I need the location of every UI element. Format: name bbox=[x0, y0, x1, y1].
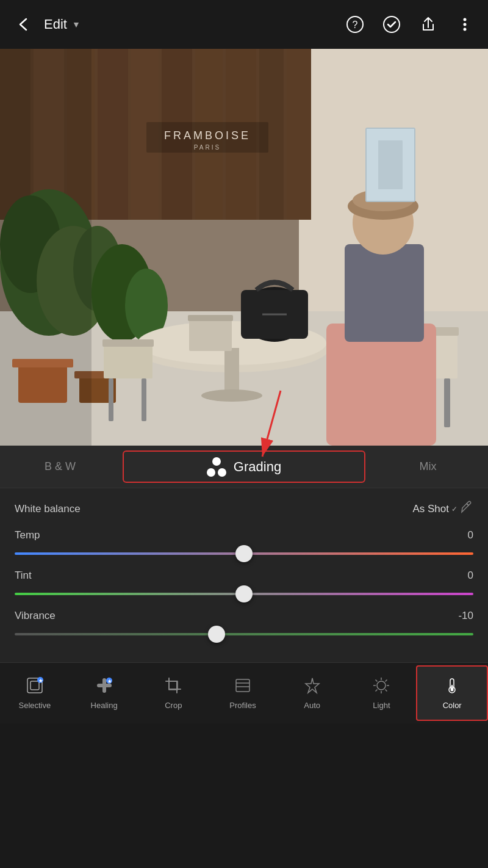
crop-label: Crop bbox=[165, 701, 182, 710]
svg-line-84 bbox=[376, 690, 378, 692]
svg-rect-72 bbox=[236, 679, 249, 692]
svg-text:?: ? bbox=[353, 20, 358, 30]
light-label: Light bbox=[373, 701, 390, 710]
toolbar-healing[interactable]: ★ Healing bbox=[70, 663, 139, 723]
profiles-label: Profiles bbox=[229, 701, 256, 710]
svg-rect-60 bbox=[0, 49, 92, 446]
toolbar-profiles[interactable]: Profiles bbox=[208, 663, 278, 723]
back-button[interactable] bbox=[12, 13, 34, 35]
svg-rect-41 bbox=[109, 378, 113, 421]
toolbar-crop[interactable]: Crop bbox=[138, 663, 208, 723]
help-button[interactable]: ? bbox=[344, 13, 366, 35]
white-balance-row: White balance As Shot ✓ bbox=[15, 501, 473, 517]
temp-slider-thumb[interactable] bbox=[235, 545, 253, 562]
svg-text:★: ★ bbox=[107, 679, 112, 684]
toolbar-selective[interactable]: ★ Selective bbox=[0, 663, 70, 723]
grading-left-circle bbox=[207, 468, 215, 477]
auto-label: Auto bbox=[304, 701, 320, 710]
share-button[interactable] bbox=[417, 13, 439, 35]
toolbar-color[interactable]: Color bbox=[416, 665, 488, 721]
svg-point-76 bbox=[377, 681, 386, 690]
white-balance-value-group: As Shot ✓ bbox=[412, 501, 473, 517]
temp-value: 0 bbox=[449, 529, 473, 541]
white-balance-value[interactable]: As Shot bbox=[412, 503, 449, 515]
dropper-icon[interactable] bbox=[460, 501, 473, 517]
header: Edit ▼ ? bbox=[0, 0, 488, 49]
bottom-panel: B & W Grading Mix bbox=[0, 446, 488, 723]
tint-label: Tint bbox=[15, 570, 124, 582]
svg-rect-53 bbox=[345, 244, 424, 342]
svg-rect-43 bbox=[189, 317, 232, 351]
toolbar-light[interactable]: Light bbox=[347, 663, 417, 723]
tab-mix[interactable]: Mix bbox=[368, 446, 488, 488]
vibrance-slider-track[interactable] bbox=[15, 633, 473, 635]
header-title: Edit ▼ bbox=[44, 16, 81, 32]
svg-point-38 bbox=[201, 389, 262, 402]
svg-point-2 bbox=[384, 16, 400, 32]
grading-label: Grading bbox=[234, 459, 281, 475]
bw-label: B & W bbox=[45, 460, 76, 473]
svg-line-81 bbox=[376, 680, 378, 682]
temp-slider-track[interactable] bbox=[15, 552, 473, 555]
svg-marker-75 bbox=[306, 678, 319, 693]
color-icon bbox=[443, 676, 461, 697]
toolbar-auto[interactable]: Auto bbox=[278, 663, 347, 723]
profiles-icon bbox=[234, 676, 252, 697]
svg-line-82 bbox=[386, 690, 387, 692]
color-label: Color bbox=[443, 701, 462, 710]
tint-slider-thumb[interactable] bbox=[235, 585, 253, 602]
color-tabs: B & W Grading Mix bbox=[0, 446, 488, 488]
bottom-toolbar: ★ Selective ★ Healing bbox=[0, 662, 488, 723]
healing-icon: ★ bbox=[95, 676, 113, 697]
temp-slider-row: Temp 0 bbox=[15, 529, 473, 555]
svg-point-88 bbox=[451, 689, 454, 692]
grading-icon bbox=[207, 457, 226, 477]
svg-rect-44 bbox=[188, 315, 233, 321]
tint-value: 0 bbox=[449, 570, 473, 582]
light-icon bbox=[372, 676, 390, 697]
svg-rect-13 bbox=[98, 49, 128, 220]
selective-label: Selective bbox=[18, 701, 51, 710]
svg-point-4 bbox=[464, 23, 467, 26]
svg-text:★: ★ bbox=[38, 678, 43, 684]
temp-label: Temp bbox=[15, 529, 124, 541]
header-left: Edit ▼ bbox=[12, 13, 81, 35]
vibrance-control-row: Vibrance -10 bbox=[15, 610, 473, 622]
svg-rect-68 bbox=[97, 684, 112, 687]
tab-bw[interactable]: B & W bbox=[0, 446, 120, 488]
svg-point-5 bbox=[464, 28, 467, 31]
svg-rect-19 bbox=[287, 49, 311, 220]
auto-icon bbox=[303, 676, 321, 697]
svg-rect-39 bbox=[104, 342, 152, 378]
grading-right-circle bbox=[218, 468, 226, 477]
confirm-button[interactable] bbox=[381, 13, 403, 35]
crop-icon bbox=[164, 676, 182, 697]
photo-area: FRAMBOISE PARIS bbox=[0, 49, 488, 446]
svg-text:FRAMBOISE: FRAMBOISE bbox=[164, 129, 251, 142]
selective-icon: ★ bbox=[26, 676, 44, 697]
vibrance-value: -10 bbox=[449, 610, 473, 622]
grading-top-circle bbox=[212, 457, 221, 466]
tint-slider-row: Tint 0 bbox=[15, 570, 473, 595]
controls-section: White balance As Shot ✓ Temp 0 bbox=[0, 488, 488, 656]
svg-rect-48 bbox=[444, 378, 450, 427]
svg-rect-40 bbox=[102, 339, 154, 347]
tab-grading[interactable]: Grading bbox=[123, 450, 365, 483]
svg-rect-59 bbox=[378, 140, 403, 189]
photo-image: FRAMBOISE PARIS bbox=[0, 49, 488, 446]
dropdown-icon[interactable]: ▼ bbox=[72, 20, 81, 29]
white-balance-label: White balance bbox=[15, 503, 81, 515]
header-right: ? bbox=[344, 13, 476, 35]
tint-control-row: Tint 0 bbox=[15, 570, 473, 582]
svg-line-83 bbox=[386, 680, 387, 682]
title-text: Edit bbox=[44, 16, 67, 32]
tint-slider-track[interactable] bbox=[15, 593, 473, 595]
vibrance-slider-row: Vibrance -10 bbox=[15, 610, 473, 635]
white-balance-check: ✓ bbox=[451, 505, 458, 513]
more-button[interactable] bbox=[454, 13, 476, 35]
mix-label: Mix bbox=[420, 460, 437, 473]
vibrance-slider-thumb[interactable] bbox=[208, 626, 225, 643]
svg-rect-71 bbox=[169, 681, 178, 690]
svg-text:PARIS: PARIS bbox=[194, 144, 221, 151]
svg-point-3 bbox=[464, 18, 467, 21]
